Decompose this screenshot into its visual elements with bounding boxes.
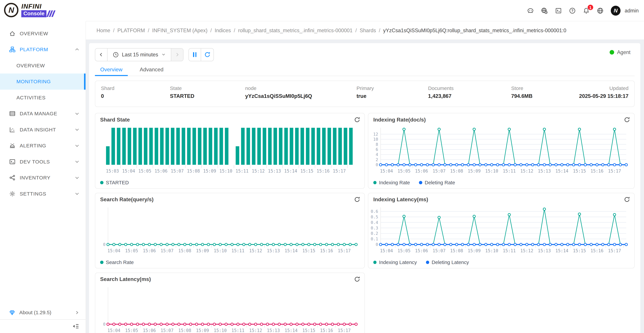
field-value: 0: [101, 93, 170, 99]
sidebar-item-label: ALERTING: [20, 143, 46, 149]
shard-info-field-shard: Shard0: [101, 85, 170, 102]
shard-info-field-updated: Updated2025-05-29 15:18:17: [579, 85, 628, 102]
svg-text:15:08: 15:08: [178, 248, 191, 253]
legend-item-indexing-latency[interactable]: Indexing Latency: [373, 259, 417, 265]
sidebar-item-data-insight[interactable]: DATA INSIGHT: [0, 122, 86, 138]
about-button[interactable]: About (1.29.5): [0, 306, 86, 319]
brand-logo[interactable]: N INFINI Console: [4, 3, 54, 17]
legend-item-search-rate[interactable]: Search Rate: [100, 259, 134, 265]
svg-text:15:05: 15:05: [398, 248, 410, 253]
tab-advanced[interactable]: Advanced: [134, 63, 169, 76]
svg-text:15:17: 15:17: [333, 169, 346, 174]
chevron-down-icon: [162, 53, 166, 57]
sidebar-item-activities[interactable]: ACTIVITIES: [0, 90, 86, 106]
sidebar: OVERVIEWPLATFORMOVERVIEWMONITORINGACTIVI…: [0, 21, 86, 333]
share-icon: [9, 174, 16, 181]
refresh-icon[interactable]: [624, 196, 630, 203]
chart-title: Indexing Rate(doc/s): [373, 117, 426, 123]
svg-text:15:13: 15:13: [267, 328, 280, 333]
discord-icon[interactable]: [527, 7, 534, 14]
svg-text:15:04: 15:04: [380, 248, 393, 253]
sidebar-item-overview[interactable]: OVERVIEW: [0, 26, 86, 42]
chart-legend: Indexing RateDeleting Rate: [373, 180, 455, 185]
legend-dot-icon: [100, 261, 104, 264]
sidebar-menu: OVERVIEWPLATFORMOVERVIEWMONITORINGACTIVI…: [0, 21, 86, 202]
svg-text:0.4: 0.4: [371, 220, 378, 225]
globe-clock-icon[interactable]: [541, 7, 548, 14]
username[interactable]: admin: [625, 8, 639, 14]
language-globe-icon[interactable]: [597, 7, 604, 14]
collapse-sidebar-icon[interactable]: [72, 323, 79, 330]
svg-text:15:04: 15:04: [107, 328, 120, 333]
breadcrumb-link[interactable]: Indices: [215, 28, 231, 33]
sidebar-item-data-manage[interactable]: DATA MANAGE: [0, 106, 86, 122]
chart-plot: 02468101215:0415:0515:0615:0715:0815:091…: [368, 126, 634, 177]
svg-text:15:06: 15:06: [143, 248, 156, 253]
svg-text:15:15: 15:15: [573, 169, 586, 174]
sidebar-item-dev-tools[interactable]: DEV TOOLS: [0, 154, 86, 170]
sidebar-item-platform[interactable]: PLATFORM: [0, 42, 86, 58]
breadcrumb-separator: /: [148, 28, 150, 33]
svg-text:15:15: 15:15: [302, 328, 315, 333]
time-range-label: Last 15 minutes: [122, 52, 158, 58]
notifications-bell-icon[interactable]: 1: [583, 7, 590, 14]
svg-text:15:10: 15:10: [485, 169, 498, 174]
refresh-button[interactable]: [201, 49, 213, 61]
user-avatar[interactable]: N: [611, 6, 621, 16]
svg-text:0: 0: [376, 162, 378, 167]
breadcrumb-link[interactable]: Home: [96, 28, 110, 33]
cluster-icon: [9, 46, 16, 53]
notification-count-badge: 1: [587, 4, 594, 11]
breadcrumb-link[interactable]: INFINI_SYSTEM (Apex): [152, 28, 208, 33]
shard-info-card: Shard0StateSTARTEDnodeyYzCsa1sQiSSuMI0p5…: [95, 81, 634, 107]
breadcrumb-link[interactable]: rollup_shard_stats_metrics_.infini_metri…: [238, 28, 352, 33]
pause-auto-refresh-button[interactable]: [189, 49, 201, 61]
sidebar-item-alerting[interactable]: ALERTING: [0, 138, 86, 154]
svg-text:15:13: 15:13: [267, 248, 280, 253]
chevron-down-icon: [75, 159, 79, 164]
sidebar-item-inventory[interactable]: INVENTORY: [0, 170, 86, 186]
refresh-icon[interactable]: [624, 117, 630, 123]
refresh-icon[interactable]: [354, 196, 360, 203]
svg-text:15:08: 15:08: [450, 169, 463, 174]
legend-item-deleting-latency[interactable]: Deleting Latency: [426, 259, 469, 265]
breadcrumb-separator: /: [234, 28, 235, 33]
breadcrumb-link[interactable]: Shards: [360, 28, 376, 33]
time-range-picker[interactable]: Last 15 minutes: [108, 49, 171, 61]
refresh-icon[interactable]: [354, 117, 360, 123]
svg-text:8: 8: [376, 142, 378, 147]
svg-text:15:10: 15:10: [214, 248, 226, 253]
legend-item-deleting-rate[interactable]: Deleting Rate: [419, 180, 455, 185]
svg-text:15:04: 15:04: [122, 169, 135, 174]
tab-overview[interactable]: Overview: [95, 63, 128, 76]
breadcrumb-separator: /: [379, 28, 380, 33]
shard-info-field-node: nodeyYzCsa1sQiSSuMI0p5Lj6Q: [245, 85, 356, 102]
svg-text:15:08: 15:08: [450, 248, 463, 253]
svg-text:15:10: 15:10: [485, 248, 498, 253]
sidebar-item-platform-overview[interactable]: OVERVIEW: [0, 58, 86, 74]
legend-item-indexing-rate[interactable]: Indexing Rate: [373, 180, 410, 185]
svg-text:15:11: 15:11: [232, 328, 244, 333]
help-icon[interactable]: ?: [569, 7, 576, 14]
sidebar-item-settings[interactable]: SETTINGS: [0, 186, 86, 202]
chart-legend: Indexing LatencyDeleting Latency: [373, 259, 469, 265]
top-header: N INFINI Console ? 1 N admin: [0, 0, 644, 21]
refresh-icon[interactable]: [354, 276, 360, 282]
time-prev-button[interactable]: [95, 49, 108, 61]
terminal-icon[interactable]: [555, 7, 562, 14]
legend-dot-icon: [100, 181, 104, 184]
time-next-button[interactable]: [171, 49, 183, 61]
svg-text:15:14: 15:14: [284, 328, 298, 333]
svg-text:15:04: 15:04: [380, 169, 393, 174]
gear-icon: [9, 190, 16, 197]
legend-item-started[interactable]: STARTED: [100, 180, 129, 185]
svg-text:15:16: 15:16: [316, 169, 330, 174]
svg-text:15:13: 15:13: [538, 248, 551, 253]
chevron-up-icon: [75, 47, 79, 52]
svg-text:15:12: 15:12: [249, 328, 262, 333]
alarm-icon: [9, 142, 16, 149]
svg-text:2: 2: [376, 157, 378, 162]
breadcrumb-link[interactable]: PLATFORM: [118, 28, 145, 33]
field-label: Documents: [428, 85, 511, 91]
sidebar-item-monitoring[interactable]: MONITORING: [0, 74, 86, 90]
